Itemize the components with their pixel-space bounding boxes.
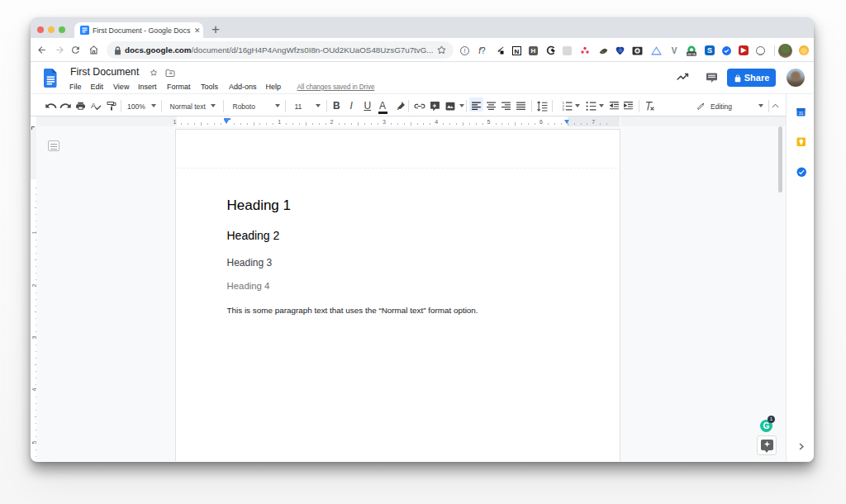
svg-text:31: 31 — [799, 111, 804, 116]
svg-text:3: 3 — [563, 107, 565, 112]
svg-text:BETA: BETA — [687, 53, 696, 56]
svg-text:A: A — [91, 102, 97, 110]
